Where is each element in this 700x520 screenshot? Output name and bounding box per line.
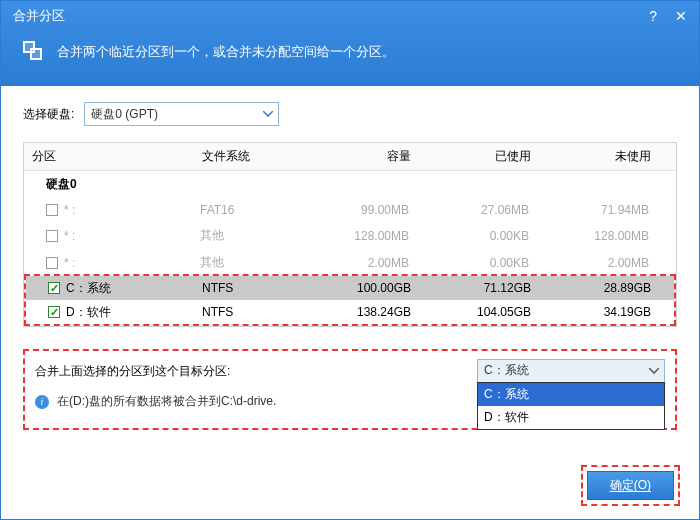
dropdown-option[interactable]: D：软件 (478, 406, 664, 429)
row-checkbox (46, 230, 58, 242)
table-row: * :其他2.00MB0.00KB2.00MB (24, 249, 676, 276)
row-checkbox[interactable] (48, 306, 60, 318)
table-row: * :其他128.00MB0.00KB128.00MB (24, 222, 676, 249)
target-label: 合并上面选择的分区到这个目标分区: (35, 363, 230, 380)
cell: 138.24GB (304, 300, 419, 324)
merge-icon (23, 41, 45, 63)
table-row[interactable]: D：软件NTFS138.24GB104.05GB34.19GB (26, 300, 674, 324)
cell: 100.00GB (304, 276, 419, 300)
table-row: * :FAT1699.00MB27.06MB71.94MB (24, 198, 676, 222)
dialog-header: 合并分区 ? ✕ 合并两个临近分区到一个，或合并未分配空间给一个分区。 (1, 1, 699, 86)
disk-group-row: 硬盘0 (24, 171, 676, 198)
info-icon: i (35, 395, 49, 409)
col-capacity: 容量 (304, 143, 419, 170)
cell: 128.00MB (302, 224, 417, 248)
cell: 其他 (192, 249, 302, 276)
partition-table: 分区 文件系统 容量 已使用 未使用 硬盘0 * :FAT1699.00MB27… (23, 142, 677, 327)
cell: 28.89GB (539, 276, 659, 300)
target-dropdown[interactable]: C：系统 D：软件 (477, 382, 665, 430)
table-header: 分区 文件系统 容量 已使用 未使用 (24, 143, 676, 171)
dialog-body: 选择硬盘: 硬盘0 (GPT) 分区 文件系统 容量 已使用 未使用 硬盘0 *… (1, 86, 699, 440)
cell: 71.12GB (419, 276, 539, 300)
col-used: 已使用 (419, 143, 539, 170)
partition-name: D：软件 (66, 304, 194, 321)
cell: 其他 (192, 222, 302, 249)
row-checkbox[interactable] (48, 282, 60, 294)
help-icon[interactable]: ? (649, 8, 657, 24)
cell: FAT16 (192, 198, 302, 222)
cell: 71.94MB (537, 198, 657, 222)
titlebar: 合并分区 ? ✕ (1, 1, 699, 31)
close-icon[interactable]: ✕ (675, 8, 687, 24)
col-partition: 分区 (24, 143, 194, 170)
target-section: 合并上面选择的分区到这个目标分区: C：系统 C：系统 D：软件 i 在(D:)… (23, 349, 677, 430)
info-text: 在(D:)盘的所有数据将被合并到C:\d-drive. (57, 393, 276, 410)
row-checkbox (46, 257, 58, 269)
cell: 99.00MB (302, 198, 417, 222)
disk-select[interactable]: 硬盘0 (GPT) (84, 102, 279, 126)
partition-name: * : (64, 256, 192, 270)
partition-name: C：系统 (66, 280, 194, 297)
row-checkbox (46, 204, 58, 216)
col-filesystem: 文件系统 (194, 143, 304, 170)
cell: 34.19GB (539, 300, 659, 324)
cell: 128.00MB (537, 224, 657, 248)
partition-name: * : (64, 203, 192, 217)
cell: 0.00KB (417, 224, 537, 248)
cell: 0.00KB (417, 251, 537, 275)
cell: NTFS (194, 276, 304, 300)
dialog-subtitle: 合并两个临近分区到一个，或合并未分配空间给一个分区。 (57, 43, 395, 61)
dialog-footer: 确定(O) (581, 465, 680, 506)
cell: 2.00MB (537, 251, 657, 275)
cell: NTFS (194, 300, 304, 324)
ok-button[interactable]: 确定(O) (587, 471, 674, 500)
dialog-title: 合并分区 (13, 7, 65, 25)
cell: 2.00MB (302, 251, 417, 275)
disk-label: 选择硬盘: (23, 106, 74, 123)
partition-name: * : (64, 229, 192, 243)
dropdown-option[interactable]: C：系统 (478, 383, 664, 406)
col-free: 未使用 (539, 143, 659, 170)
target-select[interactable]: C：系统 C：系统 D：软件 (477, 359, 665, 383)
cell: 104.05GB (419, 300, 539, 324)
table-row[interactable]: C：系统NTFS100.00GB71.12GB28.89GB (26, 276, 674, 300)
cell: 27.06MB (417, 198, 537, 222)
